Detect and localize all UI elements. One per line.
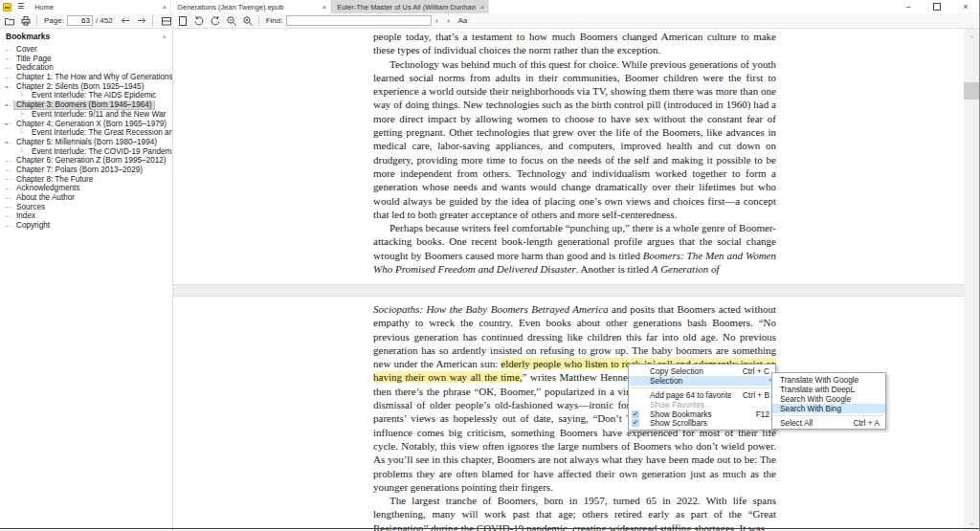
menu-item-label: Copy Selection	[650, 366, 731, 376]
menu-item-label: Show Favorites	[650, 400, 769, 409]
menu-item-select-all[interactable]: Select AllCtrl + A	[772, 418, 885, 428]
chevron-down-icon[interactable]	[2, 82, 11, 92]
bookmark-item-event-interlude-the-great-recession-and-its-aftermath[interactable]: Event Interlude: The Great Recession and…	[0, 128, 172, 138]
tab-title: Euler-The Master of Us All (William Dunh…	[337, 3, 475, 11]
bookmark-label: Cover	[14, 45, 39, 54]
maximize-button[interactable]	[923, 0, 951, 13]
menu-item-search-with-bing[interactable]: Search With Bing	[772, 404, 885, 413]
tab-close-icon[interactable]	[480, 3, 485, 11]
fit-width-icon[interactable]	[160, 14, 173, 27]
previous-page-icon[interactable]	[119, 14, 132, 27]
menu-item-translate-with-deepl[interactable]: Translate with DeepL	[772, 385, 885, 394]
bookmark-item-chapter-8-the-future[interactable]: Chapter 8: The Future	[0, 175, 172, 185]
chevron-down-icon[interactable]	[2, 100, 11, 110]
bookmark-item-sources[interactable]: Sources	[0, 203, 172, 212]
bookmark-item-dedication[interactable]: Dedication	[0, 63, 172, 73]
toolbar-separator	[258, 15, 259, 26]
menu-item-show-bookmarks[interactable]: Show BookmarksF12	[629, 409, 775, 419]
scroll-up-icon[interactable]	[964, 30, 980, 43]
tab-title: Generations (Jean Twenge).epub	[177, 3, 317, 11]
menu-item-show-scrollbars[interactable]: Show Scrollbars	[629, 418, 775, 428]
bookmark-item-acknowledgments[interactable]: Acknowledgments	[0, 184, 172, 193]
menu-item-copy-selection[interactable]: Copy SelectionCtrl + C	[629, 366, 775, 376]
menu-item-translate-with-google[interactable]: Translate With Google	[772, 375, 885, 385]
zoom-out-icon[interactable]	[225, 14, 238, 27]
bookmark-item-event-interlude-9-11-and-the-new-war[interactable]: Event Interlude: 9/11 and the New War	[0, 110, 172, 120]
bookmark-item-event-interlude-the-covid-19-pandemic[interactable]: Event Interlude: The COVID-19 Pandemic	[0, 147, 172, 157]
print-icon[interactable]	[19, 14, 33, 27]
tab-close-icon[interactable]	[163, 3, 167, 11]
vertical-scrollbar[interactable]	[964, 29, 980, 531]
bookmark-item-chapter-7-polars-born-2013-2029[interactable]: Chapter 7: Polars (Born 2013–2029)	[0, 166, 172, 175]
selection-submenu: Translate With GoogleTranslate with Deep…	[771, 372, 886, 430]
menu-shortcut: F12	[739, 409, 769, 419]
bookmark-label: Index	[14, 211, 37, 220]
menu-item-add-page-64-to-favorites[interactable]: Add page 64 to favoritesCtrl + B	[629, 390, 775, 400]
tab-euler-the-master-of-us-all-william-dunham-pdf[interactable]: Euler-The Master of Us All (William Dunh…	[331, 0, 489, 13]
fit-page-icon[interactable]	[176, 14, 189, 27]
find-next-icon[interactable]: ›	[443, 16, 455, 26]
bookmark-item-chapter-2-silents-born-1925-1945[interactable]: Chapter 2: Silents (Born 1925–1945)	[0, 82, 172, 92]
bookmark-item-index[interactable]: Index	[0, 211, 172, 221]
bookmark-item-chapter-3-boomers-born-1946-1964[interactable]: Chapter 3: Boomers (Born 1946–1964)	[0, 100, 172, 110]
tab-home[interactable]: Home	[29, 0, 171, 13]
bookmark-label: Copyright	[14, 221, 52, 230]
body-text: Technology was behind much of this quest…	[373, 58, 776, 220]
bookmark-label: Chapter 1: The How and Why of Generation…	[14, 73, 172, 81]
window-border-bottom	[0, 528, 980, 529]
menu-item-label: Search With Google	[780, 394, 880, 404]
find-input[interactable]	[286, 15, 432, 26]
find-label: Find:	[266, 16, 283, 25]
rotate-left-icon[interactable]	[192, 14, 206, 27]
bookmark-item-chapter-5-millennials-born-1980-1994[interactable]: Chapter 5: Millennials (Born 1980–1994)	[0, 138, 172, 147]
bookmark-tree: CoverTitle PageDedicationChapter 1: The …	[0, 45, 172, 231]
bookmark-item-chapter-1-the-how-and-why-of-generations[interactable]: Chapter 1: The How and Why of Generation…	[0, 73, 172, 82]
bookmark-item-event-interlude-the-aids-epidemic[interactable]: Event Interlude: The AIDS Epidemic	[0, 91, 172, 100]
bookmark-item-chapter-6-generation-z-born-1995-2012[interactable]: Chapter 6: Generation Z (Born 1995–2012)	[0, 156, 172, 166]
bookmark-item-copyright[interactable]: Copyright	[0, 221, 172, 231]
page-total: / 452	[96, 16, 113, 25]
scrollbar-thumb[interactable]	[964, 82, 980, 100]
document-viewer[interactable]: people today, that’s a testament to how …	[173, 29, 980, 531]
hamburger-menu-icon[interactable]	[17, 0, 24, 13]
menu-item-label: Show Scrollbars	[650, 418, 769, 428]
close-button[interactable]	[951, 0, 980, 13]
page-label: Page:	[44, 16, 64, 25]
zoom-in-icon[interactable]	[241, 14, 255, 27]
chevron-down-icon[interactable]	[2, 120, 11, 129]
menu-item-show-favorites[interactable]: Show Favorites	[629, 400, 775, 409]
book-title-italic: A Generation of	[652, 263, 720, 275]
match-case-toggle[interactable]: Aa	[458, 16, 468, 25]
toolbar-separator	[152, 15, 153, 26]
menu-item-label: Translate with DeepL	[780, 385, 880, 394]
tab-generations-jean-twenge-epub[interactable]: Generations (Jean Twenge).epub	[171, 0, 331, 13]
sidebar-close-icon[interactable]	[162, 33, 167, 41]
page-number-input[interactable]	[67, 15, 93, 26]
bookmark-label: Chapter 7: Polars (Born 2013–2029)	[14, 166, 145, 174]
window-controls	[894, 0, 980, 13]
bookmark-label: Chapter 4: Generation X (Born 1965–1979)	[14, 120, 168, 128]
find-previous-icon[interactable]: ‹	[432, 16, 443, 26]
chevron-down-icon[interactable]	[2, 138, 11, 147]
open-file-icon[interactable]	[3, 14, 16, 27]
bookmark-item-chapter-4-generation-x-born-1965-1979[interactable]: Chapter 4: Generation X (Born 1965–1979)	[0, 120, 172, 129]
bookmark-item-title-page[interactable]: Title Page	[0, 55, 172, 64]
bookmark-label: Event Interlude: 9/11 and the New War	[30, 110, 167, 119]
bookmark-label: Chapter 3: Boomers (Born 1946–1964)	[14, 100, 154, 109]
menu-item-label: Show Bookmarks	[650, 409, 731, 419]
bookmarks-header: Bookmarks	[0, 29, 172, 43]
minimize-button[interactable]	[894, 0, 923, 13]
tab-title: Home	[34, 3, 157, 11]
tab-close-icon[interactable]	[323, 3, 327, 11]
bookmark-item-cover[interactable]: Cover	[0, 45, 172, 55]
menu-item-label: Select All	[780, 418, 841, 428]
paragraph: Technology was behind much of this quest…	[373, 57, 776, 222]
bookmark-label: Title Page	[14, 55, 54, 63]
next-page-icon[interactable]	[135, 14, 148, 27]
bookmark-label: About the Author	[14, 193, 77, 202]
rotate-right-icon[interactable]	[209, 14, 222, 27]
bookmark-item-about-the-author[interactable]: About the Author	[0, 193, 172, 203]
menu-item-selection[interactable]: Selection	[629, 376, 775, 386]
menu-item-search-with-google[interactable]: Search With Google	[772, 394, 885, 404]
menu-item-label: Search With Bing	[780, 404, 880, 413]
